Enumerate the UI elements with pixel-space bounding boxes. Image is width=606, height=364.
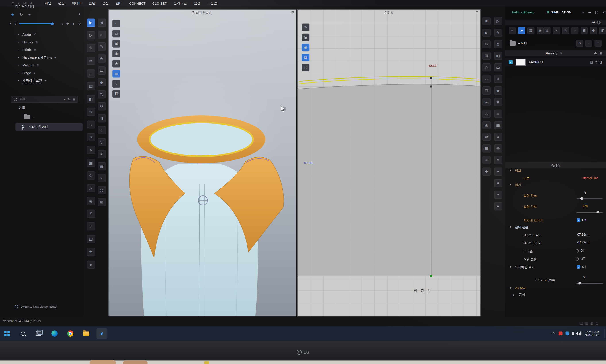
simulation-button[interactable]: ⇊ SIMULATION	[547, 10, 571, 14]
tool-icon[interactable]: ◧	[87, 95, 95, 103]
status-bar-icon[interactable]: ▦	[585, 322, 588, 325]
tool-icon[interactable]: ◇	[482, 63, 490, 71]
row-center[interactable]: ▶ 중심	[505, 293, 606, 298]
tool-icon[interactable]: ■	[482, 17, 490, 25]
tool-icon[interactable]: ▷	[494, 17, 502, 25]
tool-icon[interactable]: ▣	[87, 158, 95, 167]
tool-icon[interactable]: ○	[494, 110, 502, 118]
tool-icon[interactable]: ✎	[98, 42, 106, 51]
tool-icon[interactable]: ≈	[87, 222, 95, 230]
status-bar-icon[interactable]: ▥	[590, 322, 593, 325]
tray-security-icon[interactable]	[559, 331, 562, 335]
property-value[interactable]: 0	[583, 275, 585, 279]
search-input[interactable]: 검색 ●↻▦	[11, 96, 78, 103]
primary-row-icon[interactable]: ✚	[594, 51, 597, 55]
taskbar-search-button[interactable]	[17, 328, 28, 339]
flat-line-toggle[interactable]: ✓ On	[577, 265, 586, 269]
tool-icon[interactable]: □	[482, 87, 490, 95]
menu-item[interactable]: 렌더	[116, 1, 122, 6]
menu-item[interactable]: CONNECT	[129, 1, 145, 5]
property-value[interactable]: 270	[582, 205, 588, 208]
object-tool-icon[interactable]: ✚	[590, 27, 597, 34]
status-bar-icon[interactable]: ▢	[596, 322, 598, 325]
object-tool-icon[interactable]: ✂	[553, 27, 560, 34]
search-option-icon[interactable]: ●	[64, 98, 66, 101]
tool-icon[interactable]: ↺	[98, 102, 106, 111]
tool-icon[interactable]: ▤	[494, 121, 502, 129]
menu-item[interactable]: 아바타	[72, 1, 82, 6]
show-desktop-button[interactable]	[605, 329, 605, 338]
tool-icon[interactable]: ▣	[482, 98, 490, 106]
tool-icon[interactable]: ▦	[87, 82, 95, 91]
tool-icon[interactable]: ▭	[98, 66, 106, 75]
tool-icon[interactable]: ▷	[87, 31, 95, 39]
tool-icon[interactable]: ▹	[98, 30, 106, 39]
collapse-arrow-icon[interactable]: ◂	[78, 12, 80, 16]
selected-file-row[interactable]: 칼라표현.zprj	[15, 123, 83, 131]
object-tool-icon[interactable]: ◉	[537, 27, 544, 34]
tool-icon[interactable]: ×	[494, 133, 502, 141]
fabric-row-icon[interactable]: ▦	[590, 60, 593, 64]
tool-icon[interactable]: ≡	[494, 202, 502, 210]
tool-icon[interactable]: ⊞	[98, 198, 106, 206]
tool-icon[interactable]: ◎	[98, 186, 106, 194]
tool-icon[interactable]: ✚	[482, 168, 490, 176]
shirring-toggle[interactable]: Off	[576, 257, 585, 261]
menu-item[interactable]: 플러그인	[174, 1, 187, 6]
z-distance-slider[interactable]	[576, 282, 603, 285]
library-view-icon[interactable]: ↻	[78, 22, 81, 26]
add-row-icon[interactable]: ↓	[585, 40, 592, 47]
tool-icon[interactable]: ×	[98, 174, 106, 182]
library-view-icon[interactable]: ▲	[72, 22, 75, 26]
add-button[interactable]: + Add	[518, 41, 526, 45]
section-info[interactable]: ▼ 정보	[505, 168, 606, 174]
tray-expand-icon[interactable]	[551, 332, 556, 336]
panel-icon[interactable]: ⊙	[12, 1, 14, 5]
parent-folder-row[interactable]: ..	[24, 115, 35, 119]
tool-icon[interactable]: ⊕	[87, 108, 95, 116]
fabric-checkbox[interactable]: ✓	[509, 60, 512, 64]
chrome-browser-button[interactable]	[65, 328, 76, 339]
status-bar-icon[interactable]: ▤	[580, 322, 583, 325]
tray-shield-icon[interactable]	[566, 331, 569, 335]
section-2d-ruler[interactable]: ▼ 2D 줄자	[505, 286, 606, 291]
library-tree-item[interactable]: ▸ Hardware and Trims ⊕	[0, 54, 84, 62]
tool-icon[interactable]: ◧	[494, 52, 502, 60]
object-tool-icon[interactable]: ≡	[509, 27, 516, 34]
property-value[interactable]: Internal Line	[581, 176, 605, 180]
library-tree-item[interactable]: ▸ Material ⊕	[0, 62, 84, 69]
tool-icon[interactable]: ◎	[494, 144, 502, 153]
tool-icon[interactable]: ⇅	[494, 98, 502, 106]
tool-icon[interactable]: ◇	[87, 171, 95, 180]
menu-item[interactable]: 원단	[89, 1, 95, 6]
section-fold[interactable]: ▼ 접기	[505, 183, 606, 188]
object-tool-icon[interactable]: ⊕	[544, 27, 551, 34]
edit-pencil-icon[interactable]: ✎	[560, 51, 562, 55]
start-button[interactable]	[1, 328, 12, 339]
favorite-icon[interactable]: ↻	[20, 13, 23, 17]
fold-angle-slider[interactable]	[576, 211, 603, 214]
fabric-row-icon[interactable]: ≡	[595, 60, 597, 64]
library-view-icon[interactable]: ✚	[67, 22, 69, 26]
primary-tab-row[interactable]: Primary ✎ ✚⊟	[505, 50, 606, 56]
object-tool-icon[interactable]: ▣	[581, 27, 588, 34]
tool-icon[interactable]: ⇄	[482, 133, 490, 141]
library-tree-item[interactable]: ▸ Stage ⊕	[0, 69, 84, 77]
file-explorer-button[interactable]	[81, 328, 92, 339]
tool-icon[interactable]: ▦	[482, 144, 490, 153]
favorite-icon[interactable]: ★	[11, 13, 14, 17]
fold-strength-slider[interactable]	[576, 197, 603, 200]
tool-icon[interactable]: ◨	[98, 114, 106, 122]
tool-icon[interactable]: ⊗	[494, 156, 502, 164]
tool-icon[interactable]: ◉	[482, 121, 490, 129]
thumbnail-size-slider[interactable]	[19, 23, 53, 24]
tool-icon[interactable]: ▶	[87, 19, 95, 27]
tool-icon[interactable]: ◆	[98, 78, 106, 87]
tool-icon[interactable]: ✎	[494, 28, 502, 37]
tool-icon[interactable]: △	[87, 184, 95, 192]
tool-icon[interactable]: △	[482, 110, 490, 118]
tool-icon[interactable]: ✎	[87, 44, 95, 52]
elastic-toggle[interactable]: Off	[576, 249, 585, 253]
tool-icon[interactable]: ▭	[494, 63, 502, 71]
section-flat-line[interactable]: ▼ 도식화선 보기 ✓ On	[505, 265, 606, 271]
